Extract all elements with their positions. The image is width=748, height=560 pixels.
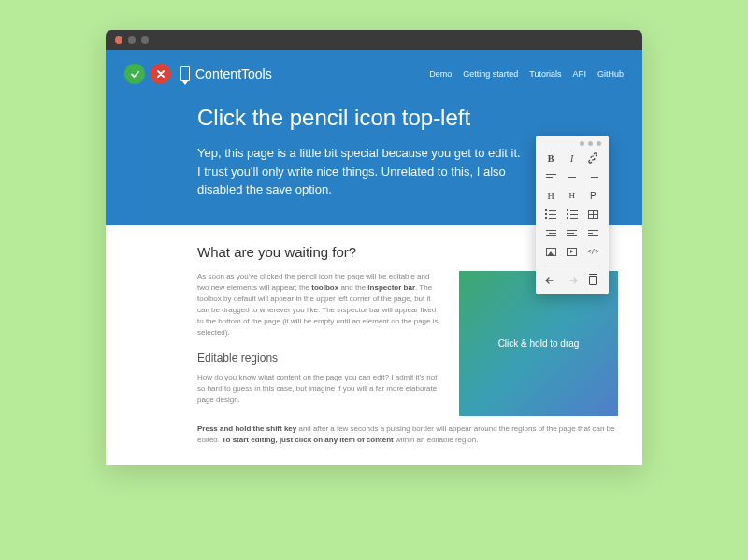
link-icon [587,152,598,164]
toolbox-dot [580,141,584,146]
tool-remove[interactable] [585,274,600,287]
tool-video[interactable] [565,245,580,258]
toolbox[interactable]: B I H H P </> [536,136,609,294]
video-icon [567,248,577,256]
toolbox-dot [588,141,593,146]
brand-name: ContentTools [195,66,272,81]
window-close-dot[interactable] [115,36,122,44]
shift-paragraph: Press and hold the shift key and after a… [197,424,618,446]
tool-bold[interactable]: B [543,151,558,165]
check-icon [130,69,140,79]
line-break-icon [588,230,598,236]
window-max-dot[interactable] [141,36,149,44]
nav-getting-started[interactable]: Getting started [463,69,518,79]
tool-align-left[interactable] [543,170,558,183]
align-center-icon [567,174,577,179]
tool-link[interactable] [585,151,600,165]
tool-undo[interactable] [543,274,558,287]
hero-body: Yep, this page is a little bit special b… [197,144,525,199]
align-left-icon [546,174,556,179]
tool-align-right[interactable] [585,170,600,183]
table-icon [588,210,598,219]
regions-paragraph: How do you know what content on the page… [197,372,442,406]
pencil-icon [180,66,190,81]
nav-api[interactable]: API [572,69,586,79]
nav: Demo Getting started Tutorials API GitHu… [429,69,624,79]
outdent-icon [567,230,577,236]
tool-ul[interactable] [543,208,558,221]
nav-demo[interactable]: Demo [429,69,452,79]
undo-icon [545,276,556,285]
browser-window: ContentTools Demo Getting started Tutori… [106,30,642,465]
tool-outdent[interactable] [565,226,580,239]
tool-indent[interactable] [543,226,558,239]
tool-redo[interactable] [565,274,580,287]
tool-heading-2[interactable]: H [565,189,580,202]
image-icon [546,248,556,256]
intro-paragraph: As soon as you've clicked the pencil ico… [197,271,442,338]
tool-paragraph[interactable]: P [585,189,600,202]
redo-icon [567,276,578,285]
close-icon [156,69,165,79]
hero-title: Click the pencil icon top-left [197,105,605,131]
window-min-dot[interactable] [128,36,136,44]
nav-tutorials[interactable]: Tutorials [529,69,561,79]
brand: ContentTools [180,66,272,81]
tool-code[interactable]: </> [585,245,600,258]
toolbox-drag-handle[interactable] [543,141,601,146]
tool-heading-1[interactable]: H [543,189,558,202]
ul-icon [545,209,556,219]
align-right-icon [588,174,598,179]
tool-image[interactable] [543,245,558,258]
tool-align-center[interactable] [565,170,580,183]
confirm-button[interactable] [124,64,145,84]
drag-label: Click & hold to drag [498,338,580,349]
cancel-button[interactable] [151,64,171,84]
tool-italic[interactable]: I [565,151,580,165]
subsection-heading: Editable regions [197,352,442,365]
tool-ol[interactable] [565,208,580,221]
window-titlebar [106,30,642,50]
ol-icon [567,209,578,219]
toolbox-dot [597,141,601,146]
tool-table[interactable] [585,208,600,221]
toolbox-separator [543,266,601,266]
tool-line-break[interactable] [585,226,600,239]
nav-github[interactable]: GitHub [597,69,624,79]
trash-icon [589,276,597,285]
indent-icon [546,230,556,236]
